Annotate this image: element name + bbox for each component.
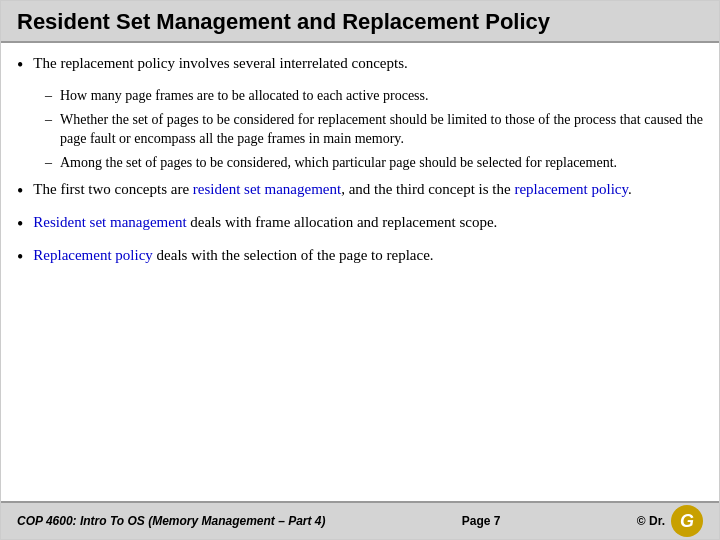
bullet2-suffix: . [628, 181, 632, 197]
bullet-text-3: Resident set management deals with frame… [33, 212, 497, 233]
title-bar: Resident Set Management and Replacement … [1, 1, 719, 43]
bullet-item-3: • Resident set management deals with fra… [17, 212, 703, 237]
footer-copyright: © Dr. [637, 514, 665, 528]
bullet2-mid: , and the third concept is the [341, 181, 514, 197]
bullet4-suffix: deals with the selection of the page to … [153, 247, 434, 263]
sub-dash-3: – [45, 153, 52, 173]
sub-dash-1: – [45, 86, 52, 106]
sub-item-1: – How many page frames are to be allocat… [45, 86, 703, 106]
bullet-text-1: The replacement policy involves several … [33, 53, 407, 74]
bullet2-highlight2: replacement policy [514, 181, 628, 197]
bullet-dot-1: • [17, 53, 23, 78]
sub-text-1: How many page frames are to be allocated… [60, 86, 429, 106]
slide-content: • The replacement policy involves severa… [1, 43, 719, 501]
footer: COP 4600: Intro To OS (Memory Management… [1, 501, 719, 539]
bullet-text-4: Replacement policy deals with the select… [33, 245, 433, 266]
footer-course: COP 4600: Intro To OS (Memory Management… [17, 514, 326, 528]
sub-dash-2: – [45, 110, 52, 130]
sub-bullets: – How many page frames are to be allocat… [45, 86, 703, 172]
slide-title: Resident Set Management and Replacement … [17, 9, 703, 35]
bullet3-suffix: deals with frame allocation and replacem… [187, 214, 498, 230]
sub-text-2: Whether the set of pages to be considere… [60, 110, 703, 149]
logo-icon: G [671, 505, 703, 537]
sub-text-3: Among the set of pages to be considered,… [60, 153, 617, 173]
bullet-dot-4: • [17, 245, 23, 270]
bullet4-highlight: Replacement policy [33, 247, 153, 263]
sub-item-3: – Among the set of pages to be considere… [45, 153, 703, 173]
bullet2-prefix: The first two concepts are [33, 181, 193, 197]
bullet-text-2: The first two concepts are resident set … [33, 179, 631, 200]
bullet2-highlight1: resident set management [193, 181, 341, 197]
footer-page: Page 7 [462, 514, 501, 528]
bullet3-highlight: Resident set management [33, 214, 186, 230]
bullet-item-2: • The first two concepts are resident se… [17, 179, 703, 204]
bullet-item-4: • Replacement policy deals with the sele… [17, 245, 703, 270]
bullet-dot-2: • [17, 179, 23, 204]
bullet-dot-3: • [17, 212, 23, 237]
sub-item-2: – Whether the set of pages to be conside… [45, 110, 703, 149]
slide: Resident Set Management and Replacement … [0, 0, 720, 540]
footer-right: © Dr. G [637, 505, 703, 537]
bullet-item-1: • The replacement policy involves severa… [17, 53, 703, 78]
